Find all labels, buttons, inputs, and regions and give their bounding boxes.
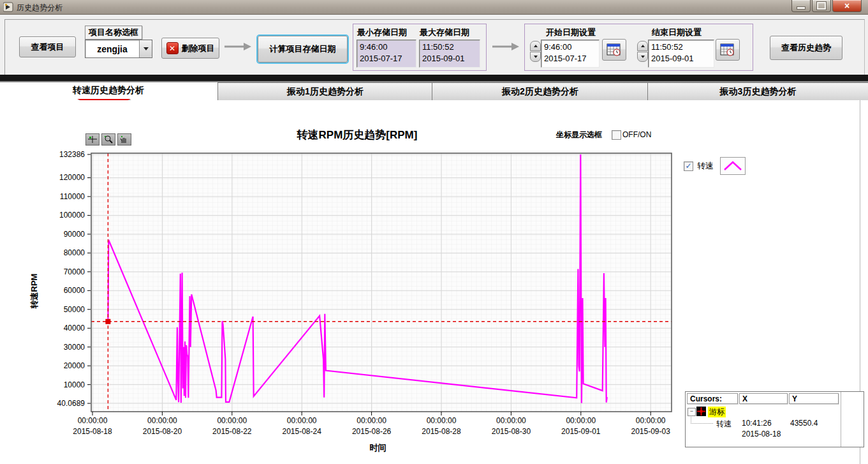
tab-speed-history[interactable]: 转速历史趋势分析 — [0, 85, 217, 96]
svg-text:00:00:00: 00:00:00 — [636, 416, 666, 425]
project-name-value: zengjia — [85, 44, 139, 54]
increment-button[interactable] — [637, 41, 648, 51]
combo-dropdown-button[interactable] — [139, 40, 152, 57]
decrement-button[interactable] — [637, 52, 648, 62]
calc-storage-dates-label: 计算项目存储日期 — [270, 43, 336, 55]
svg-text:10000: 10000 — [64, 380, 85, 389]
cursors-header[interactable]: Cursors: — [687, 393, 738, 404]
legend-series-label: 转速 — [697, 160, 714, 172]
calendar-clock-icon — [720, 43, 735, 57]
tab-vibration1-history[interactable]: 振动1历史趋势分析 — [217, 82, 433, 101]
up-arrow-icon — [641, 45, 645, 47]
start-date-spinner[interactable] — [530, 41, 540, 60]
end-date-label: 结束日期设置 — [652, 27, 702, 38]
max-storage-date-label: 最大存储日期 — [420, 27, 469, 38]
view-history-trend-button[interactable]: 查看历史趋势 — [770, 36, 842, 60]
increment-button[interactable] — [530, 41, 541, 51]
chevron-down-icon — [143, 47, 149, 50]
cursor-marker-icon — [696, 407, 706, 416]
cursor-series-name[interactable]: 转速 — [716, 419, 732, 430]
end-date-spinner[interactable] — [637, 41, 647, 60]
decrement-button[interactable] — [530, 52, 541, 62]
plot-legend: ✓ 转速 — [684, 157, 746, 175]
coord-display-checkbox[interactable] — [612, 130, 621, 140]
cursor-y-value: 43550.4 — [790, 419, 818, 428]
svg-text:60000: 60000 — [64, 286, 85, 295]
svg-text:2015-08-30: 2015-08-30 — [492, 427, 531, 436]
title-bar: 历史趋势分析 × — [0, 0, 868, 15]
svg-text:100000: 100000 — [59, 211, 85, 220]
calc-storage-dates-button[interactable]: 计算项目存储日期 — [258, 36, 348, 63]
end-time-value: 11:50:52 — [651, 41, 711, 53]
legend-line-sample[interactable] — [720, 157, 746, 175]
tab-vibration2-history[interactable]: 振动2历史趋势分析 — [432, 82, 649, 101]
cursor-crosshair-tool-button[interactable] — [85, 133, 99, 146]
flow-arrow-icon — [224, 42, 251, 54]
svg-text:00:00:00: 00:00:00 — [217, 416, 247, 425]
flow-arrow-icon — [492, 42, 519, 54]
start-calendar-button[interactable] — [602, 39, 626, 61]
down-arrow-icon — [534, 56, 538, 58]
app-icon — [3, 2, 13, 12]
delete-x-icon: ✕ — [166, 42, 179, 54]
svg-text:2015-08-26: 2015-08-26 — [352, 427, 392, 436]
end-date-value: 2015-09-01 — [651, 53, 711, 64]
svg-text:2015-08-28: 2015-08-28 — [422, 427, 461, 436]
svg-text:30000: 30000 — [64, 343, 85, 352]
start-date-field[interactable]: 9:46:00 2015-07-17 — [541, 40, 600, 68]
svg-text:00:00:00: 00:00:00 — [496, 416, 526, 425]
svg-text:2015-08-20: 2015-08-20 — [143, 427, 182, 436]
close-button[interactable]: × — [832, 0, 862, 12]
svg-text:2015-08-18: 2015-08-18 — [73, 427, 112, 436]
maximize-icon — [817, 2, 826, 10]
svg-text:40000: 40000 — [64, 324, 85, 333]
graph-palette — [85, 133, 131, 146]
start-date-label: 开始日期设置 — [546, 27, 596, 38]
trend-plot-area[interactable]: 40.0689100002000030000400005000060000700… — [19, 147, 682, 447]
cursor-x-date: 2015-08-18 — [742, 430, 781, 438]
tab-vibration3-history[interactable]: 振动3历史趋势分析 — [647, 82, 868, 101]
chart-title: 转速RPM历史趋势[RPM] — [236, 128, 478, 142]
hand-icon — [119, 135, 129, 144]
svg-text:80000: 80000 — [64, 248, 85, 257]
coord-toggle-label: OFF/ON — [622, 130, 651, 139]
svg-text:110000: 110000 — [60, 192, 85, 201]
tab-strip: 转速历史趋势分析 振动1历史趋势分析 振动2历史趋势分析 振动3历史趋势分析 — [0, 82, 868, 100]
end-calendar-button[interactable] — [716, 39, 740, 61]
delete-project-button[interactable]: ✕ 删除项目 — [161, 38, 219, 59]
end-date-field[interactable]: 11:50:52 2015-09-01 — [648, 40, 714, 68]
svg-text:00:00:00: 00:00:00 — [287, 416, 317, 425]
legend-checkbox[interactable]: ✓ — [684, 161, 693, 171]
svg-text:00:00:00: 00:00:00 — [78, 416, 108, 425]
cursor-legend-panel: Cursors: X Y − 游标 转速 10:41:26 2015-08-18… — [685, 391, 864, 447]
minimize-button[interactable] — [791, 0, 811, 12]
minimize-icon — [797, 6, 805, 10]
start-date-value: 2015-07-17 — [544, 53, 596, 64]
svg-text:2015-08-22: 2015-08-22 — [212, 427, 252, 436]
cursor-x-header[interactable]: X — [739, 393, 788, 404]
maximize-button[interactable] — [812, 0, 831, 12]
cursor-y-header[interactable]: Y — [789, 393, 839, 404]
min-storage-date-field: 9:46:00 2015-07-17 — [357, 40, 416, 68]
up-arrow-icon — [534, 45, 538, 47]
project-name-box-label: 项目名称选框 — [85, 26, 142, 40]
svg-text:00:00:00: 00:00:00 — [566, 416, 596, 425]
svg-text:00:00:00: 00:00:00 — [357, 416, 386, 425]
zoom-tool-button[interactable] — [101, 133, 115, 146]
down-arrow-icon — [641, 56, 645, 58]
view-project-button[interactable]: 查看项目 — [19, 36, 76, 57]
svg-text:90000: 90000 — [64, 230, 85, 239]
application-window: 历史趋势分析 × 查看项目 项目名称选框 zengjia ✕ 删除项目 计算项目… — [0, 0, 868, 464]
svg-text:70000: 70000 — [64, 267, 85, 276]
close-icon: × — [844, 1, 850, 11]
min-storage-time-value: 9:46:00 — [360, 41, 413, 53]
pan-tool-button[interactable] — [117, 133, 131, 146]
svg-text:00:00:00: 00:00:00 — [427, 416, 457, 425]
max-storage-time-value: 11:50:52 — [422, 41, 477, 53]
svg-text:2015-09-01: 2015-09-01 — [561, 427, 601, 436]
crosshair-icon — [87, 135, 98, 144]
svg-text:2015-08-24: 2015-08-24 — [283, 427, 322, 436]
project-name-combo[interactable]: zengjia — [85, 40, 152, 58]
svg-text:132386: 132386 — [59, 150, 85, 159]
coord-display-label: 坐标显示选框 — [556, 130, 602, 140]
